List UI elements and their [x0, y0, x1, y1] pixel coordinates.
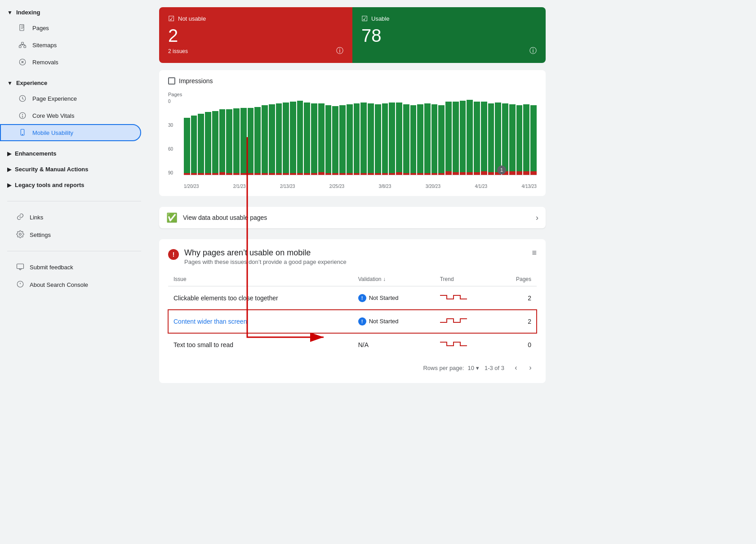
- bar-green: [368, 103, 374, 173]
- prev-page-button[interactable]: ‹: [510, 361, 522, 374]
- bar-green: [354, 103, 360, 173]
- pages-cell: 0: [495, 333, 537, 357]
- issues-header: ! Why pages aren’t usable on mobile Page…: [168, 248, 537, 265]
- legacy-section[interactable]: ▶ Legacy tools and reports: [0, 178, 148, 192]
- bar-red: [262, 173, 268, 175]
- core-web-vitals-label: Core Web Vitals: [32, 112, 74, 119]
- bar-green: [311, 103, 317, 173]
- svg-rect-2: [22, 42, 24, 45]
- view-usable-row[interactable]: ✅ View data about usable pages ›: [159, 207, 546, 228]
- chart-bar-group: [481, 99, 487, 175]
- collapse-arrow: ▼: [7, 9, 13, 16]
- col-trend: Trend: [435, 272, 495, 286]
- bar-green: [297, 101, 303, 173]
- x-label-3: 2/13/23: [280, 184, 295, 189]
- chart-bar-group: [509, 99, 516, 175]
- bar-red: [248, 173, 254, 175]
- svg-point-10: [19, 233, 22, 236]
- chart-bar-group: [262, 99, 268, 175]
- bar-green: [226, 109, 232, 173]
- sidebar-item-mobile-usability[interactable]: Mobile Usability: [0, 124, 141, 141]
- chart-bar-group: [460, 99, 466, 175]
- security-label: Security & Manual Actions: [15, 166, 89, 173]
- trend-sparkline: [440, 292, 467, 303]
- links-label: Links: [30, 214, 43, 221]
- sidebar-item-links[interactable]: Links: [0, 209, 148, 226]
- not-usable-help[interactable]: ⓘ: [336, 46, 343, 56]
- bar-green: [460, 101, 466, 172]
- svg-rect-3: [24, 46, 26, 48]
- issue-cell: Clickable elements too close together: [168, 286, 353, 310]
- sidebar-item-core-web-vitals[interactable]: Core Web Vitals: [0, 107, 141, 124]
- bar-green: [481, 102, 487, 171]
- bar-red: [417, 173, 423, 175]
- bar-green: [262, 105, 268, 173]
- page-experience-label: Page Experience: [32, 95, 77, 102]
- chart-bar-group: [269, 99, 275, 175]
- x-label-2: 2/1/23: [233, 184, 246, 189]
- experience-label: Experience: [16, 80, 47, 86]
- bar-green: [389, 103, 395, 173]
- sidebar-item-about[interactable]: About Search Console: [0, 276, 148, 294]
- bar-green: [382, 103, 388, 173]
- trend-cell: [435, 310, 495, 333]
- trend-sparkline: [440, 315, 467, 326]
- chart-bar-group: [240, 99, 247, 175]
- security-section[interactable]: ▶ Security & Manual Actions: [0, 162, 148, 176]
- sidebar: ▼ Indexing Pages Sitemaps: [0, 0, 148, 544]
- not-usable-sub: 2 issues ⓘ: [168, 46, 343, 56]
- x-label-5: 3/8/23: [378, 184, 391, 189]
- bar-green: [467, 100, 473, 172]
- bar-red: [304, 173, 310, 175]
- bar-red: [445, 171, 452, 175]
- bar-green: [445, 102, 452, 171]
- table-row[interactable]: Text too small to readN/A0: [168, 333, 537, 357]
- bar-green: [488, 103, 494, 172]
- bar-green: [276, 103, 282, 173]
- rows-dropdown-icon[interactable]: ▾: [476, 365, 479, 371]
- bar-red: [360, 173, 367, 175]
- chart-bar-group: [304, 99, 310, 175]
- bar-red: [205, 173, 211, 175]
- svg-rect-1: [19, 46, 22, 48]
- sidebar-item-page-experience[interactable]: Page Experience: [0, 90, 141, 107]
- impressions-checkbox[interactable]: [168, 77, 175, 85]
- enhancements-section[interactable]: ▶ Enhancements: [0, 147, 148, 161]
- sidebar-item-sitemaps[interactable]: Sitemaps: [0, 36, 141, 54]
- table-row[interactable]: Clickable elements too close together!No…: [168, 286, 537, 310]
- experience-section[interactable]: ▼ Experience: [0, 76, 148, 90]
- chart-bar-group: [184, 99, 190, 175]
- sidebar-item-feedback[interactable]: Submit feedback: [0, 259, 148, 276]
- bar-red: [382, 173, 388, 175]
- table-row[interactable]: Content wider than screen!Not Started2: [168, 310, 537, 333]
- sidebar-item-removals[interactable]: Removals: [0, 54, 141, 71]
- indexing-section[interactable]: ▼ Indexing: [0, 5, 148, 19]
- chart-bar-group: [445, 99, 452, 175]
- sort-icon: ↓: [383, 276, 386, 282]
- filter-icon[interactable]: ≡: [532, 248, 537, 258]
- bar-red: [233, 173, 240, 175]
- feedback-icon: [16, 263, 24, 272]
- impressions-row: Impressions: [168, 77, 537, 85]
- sidebar-item-settings[interactable]: Settings: [0, 226, 148, 244]
- chart-bar-group: [191, 99, 197, 175]
- chart-bar-group: [360, 99, 367, 175]
- chart-x-labels: 1/20/23 2/1/23 2/13/23 2/25/23 3/8/23 3/…: [184, 177, 537, 189]
- chart-bar-group: [198, 99, 204, 175]
- chart-bar-group: [325, 99, 332, 175]
- about-label: About Search Console: [30, 281, 88, 288]
- pages-cell: 2: [495, 310, 537, 333]
- usable-help[interactable]: ⓘ: [529, 46, 537, 56]
- trend-cell: [435, 286, 495, 310]
- y-label-0: 0: [168, 99, 182, 104]
- sidebar-item-pages[interactable]: Pages: [0, 19, 141, 36]
- chart-bar-group: [332, 99, 338, 175]
- x-label-4: 2/25/23: [329, 184, 344, 189]
- not-started-icon: !: [358, 317, 366, 326]
- bar-red: [467, 172, 473, 175]
- chart-bar-group: [403, 99, 409, 175]
- next-page-button[interactable]: ›: [524, 361, 537, 374]
- y-label-90: 90: [168, 170, 182, 175]
- chart-bar-group: [502, 99, 508, 175]
- usable-sub: ⓘ: [361, 46, 537, 56]
